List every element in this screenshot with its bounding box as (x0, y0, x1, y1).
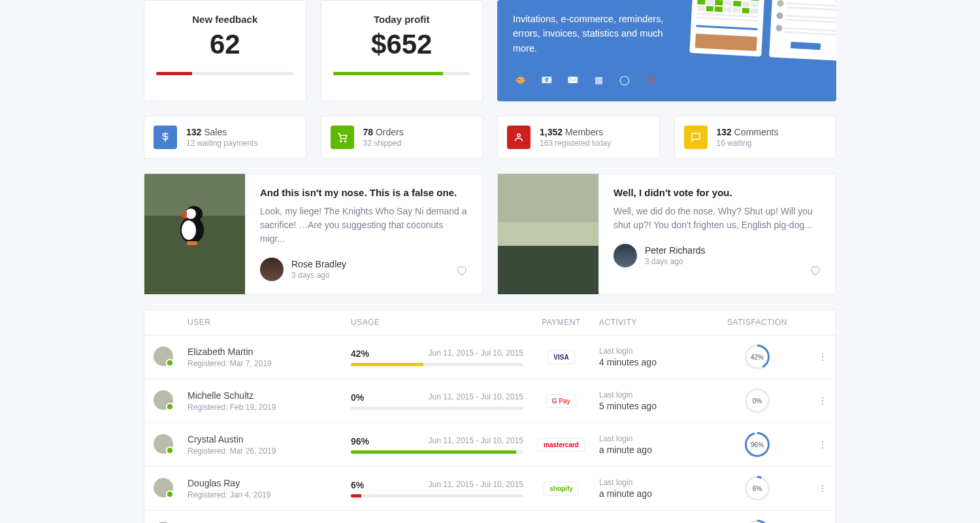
promo-banner: Invitations, e-commerce, reminders, erro… (497, 0, 836, 101)
post-excerpt: Well, we did do the nose. Why? Shut up! … (613, 205, 821, 232)
activity-label: Last login (599, 390, 700, 399)
post-title: And this isn't my nose. This is a false … (260, 187, 468, 198)
usage-range: Jun 11, 2015 - Jul 10, 2015 (429, 480, 523, 490)
stat-value: $652 (333, 29, 471, 60)
usage-bar (351, 363, 523, 366)
user-name: Douglas Ray (188, 478, 340, 488)
user-registered: Registered: Mar 26, 2019 (188, 447, 340, 456)
user-name: Crystal Austin (188, 434, 340, 445)
usage-percent: 0% (351, 392, 364, 403)
stat-label: Today profit (333, 14, 471, 25)
user-name: Michelle Schultz (188, 390, 340, 401)
activity-value: 4 minutes ago (599, 357, 700, 367)
usage-percent: 96% (351, 436, 369, 447)
heart-icon[interactable] (456, 265, 468, 278)
mailchimp-icon: 🐵 (513, 73, 527, 87)
mini-stat-members[interactable]: 1,352 Members 163 registered today (497, 116, 660, 159)
table-row: Elizabeth Martin Registered: Mar 7, 2019… (144, 335, 836, 379)
usage-range: Jun 11, 2015 - Jul 10, 2015 (429, 348, 523, 359)
author-name: Rose Bradley (291, 259, 346, 269)
post-title: Well, I didn't vote for you. (613, 187, 821, 198)
user-registered: Registered: Feb 19, 2019 (188, 403, 340, 412)
satisfaction-ring: 6% (745, 476, 770, 501)
payment-badge: shopify (544, 482, 579, 496)
banner-service-icons: 🐵 📧 ✉️ ▦ ◯ M (513, 73, 821, 87)
mail-icon: ✉️ (565, 73, 580, 87)
payment-badge: mastercard (538, 438, 585, 452)
mini-stat-comments[interactable]: 132 Comments 16 waiting (674, 116, 837, 159)
banner-mockups: Top comments (689, 0, 836, 61)
satisfaction-ring: 96% (745, 432, 770, 457)
post-time: 3 days ago (645, 257, 706, 266)
cart-icon (331, 126, 354, 149)
activity-value: a minute ago (599, 488, 700, 499)
user-registered: Registered: Mar 7, 2019 (188, 359, 340, 368)
user-avatar (154, 478, 173, 498)
post-image (144, 174, 246, 294)
col-satisfaction: SATISFACTION (705, 310, 809, 335)
stat-card-feedback: New feedback 62 (144, 0, 306, 101)
user-name: Elizabeth Martin (188, 346, 340, 357)
row-menu-button[interactable]: ⋮ (809, 379, 836, 423)
table-row: Teresa Reyes Registered: Feb 21, 2019 36… (144, 511, 836, 523)
post-card[interactable]: Well, I didn't vote for you. Well, we di… (497, 173, 836, 295)
user-avatar (154, 434, 173, 454)
satisfaction-ring: 0% (745, 388, 770, 413)
usage-range: Jun 11, 2015 - Jul 10, 2015 (429, 436, 523, 447)
col-payment: PAYMENT (529, 310, 594, 335)
user-avatar (154, 346, 173, 366)
users-table: USER USAGE PAYMENT ACTIVITY SATISFACTION… (144, 310, 836, 523)
gmail-icon: M (644, 73, 658, 87)
author-avatar (613, 244, 637, 267)
usage-bar (351, 450, 523, 454)
users-icon (507, 126, 531, 149)
table-row: Crystal Austin Registered: Mar 26, 2019 … (144, 423, 836, 467)
table-row: Douglas Ray Registered: Jan 4, 2019 6% J… (144, 467, 836, 511)
user-avatar (154, 390, 173, 410)
circle-icon: ◯ (617, 73, 632, 87)
activity-label: Last login (599, 434, 700, 443)
heart-icon[interactable] (809, 265, 821, 278)
author-avatar (260, 258, 284, 281)
stat-card-profit: Today profit $652 (321, 0, 483, 101)
chat-icon (684, 126, 708, 149)
post-excerpt: Look, my liege! The Knights Who Say Ni d… (260, 205, 468, 246)
row-menu-button[interactable]: ⋮ (809, 467, 836, 511)
usage-percent: 42% (351, 348, 369, 359)
row-menu-button[interactable]: ⋮ (809, 335, 836, 379)
table-row: Michelle Schultz Registered: Feb 19, 201… (144, 379, 836, 423)
mini-stat-sales[interactable]: 132 Sales 12 waiting payments (144, 116, 306, 159)
stat-label: New feedback (156, 14, 294, 25)
banner-text: Invitations, e-commerce, reminders, erro… (513, 12, 676, 56)
users-table-card: USER USAGE PAYMENT ACTIVITY SATISFACTION… (144, 309, 836, 523)
activity-label: Last login (599, 478, 700, 487)
satisfaction-ring: 42% (745, 345, 770, 369)
post-time: 3 days ago (291, 271, 346, 280)
payment-badge: G Pay (546, 394, 576, 408)
svg-point-2 (517, 134, 521, 137)
post-card[interactable]: And this isn't my nose. This is a false … (144, 173, 483, 295)
row-menu-button[interactable]: ⋮ (809, 511, 836, 523)
user-registered: Registered: Jan 4, 2019 (188, 490, 340, 499)
post-image (498, 174, 599, 294)
col-activity: ACTIVITY (594, 310, 705, 335)
outlook-icon: 📧 (539, 73, 553, 87)
dollar-icon (154, 126, 177, 149)
svg-point-0 (340, 141, 341, 142)
svg-point-1 (344, 141, 346, 142)
payment-badge: VISA (547, 350, 574, 364)
grid-icon: ▦ (591, 73, 606, 87)
usage-percent: 6% (351, 480, 364, 490)
activity-label: Last login (599, 346, 700, 356)
activity-value: a minute ago (599, 445, 700, 455)
progress-bar (333, 72, 471, 75)
mini-stat-orders[interactable]: 78 Orders 32 shipped (321, 116, 483, 159)
usage-bar (351, 407, 523, 410)
satisfaction-ring: 36% (745, 520, 770, 523)
usage-bar (351, 494, 523, 498)
activity-value: 5 minutes ago (599, 401, 700, 411)
usage-range: Jun 11, 2015 - Jul 10, 2015 (429, 392, 523, 403)
col-usage: USAGE (346, 310, 529, 335)
row-menu-button[interactable]: ⋮ (809, 423, 836, 467)
col-user: USER (182, 310, 346, 335)
